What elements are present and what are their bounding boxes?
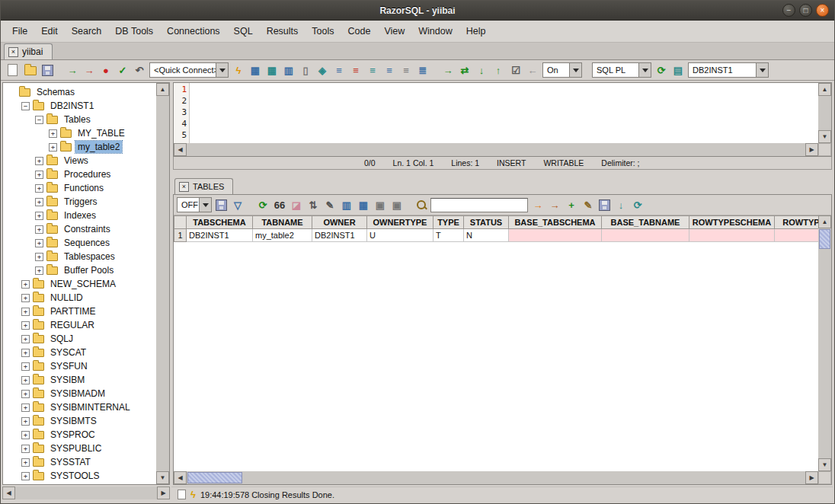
paste-sql-icon[interactable]: ▯: [298, 62, 313, 78]
tree-item-sysibminternal[interactable]: +SYSIBMINTERNAL: [3, 400, 156, 414]
grid-options-icon[interactable]: ▦: [356, 197, 371, 212]
describe-table-icon[interactable]: ◈: [315, 62, 330, 78]
collapse-icon[interactable]: −: [21, 102, 30, 110]
tree-item-sqlj[interactable]: +SQLJ: [3, 332, 156, 346]
grid-cell[interactable]: DB2INST1: [312, 229, 367, 242]
execute-sql-icon[interactable]: ϟ: [231, 62, 246, 78]
reload-grid-icon[interactable]: ⟳: [630, 197, 645, 212]
expand-icon[interactable]: +: [21, 431, 30, 439]
menu-sql[interactable]: SQL: [227, 23, 260, 40]
menu-results[interactable]: Results: [260, 23, 306, 40]
editor-vertical-scrollbar[interactable]: ▲ ▼: [818, 83, 831, 143]
tree-item-sysfun[interactable]: +SYSFUN: [3, 359, 156, 373]
expand-icon[interactable]: +: [21, 335, 30, 343]
move-down-icon[interactable]: ↓: [474, 62, 489, 78]
refresh-results-icon[interactable]: ⟳: [255, 197, 270, 212]
expand-icon[interactable]: +: [35, 239, 43, 247]
expand-icon[interactable]: +: [35, 225, 43, 234]
minimize-button[interactable]: −: [782, 4, 795, 17]
column-info-icon[interactable]: ▥: [339, 197, 354, 212]
filter-results-icon[interactable]: ▽: [230, 197, 245, 212]
expand-icon[interactable]: +: [49, 129, 57, 138]
column-header-tabschema[interactable]: TABSCHEMA: [187, 216, 253, 229]
tree-item-my-table[interactable]: +MY_TABLE: [3, 126, 156, 140]
disconnect-icon[interactable]: →: [82, 62, 97, 78]
row-limit-combo[interactable]: OFF: [177, 197, 212, 212]
highlight-matches-icon[interactable]: [414, 198, 428, 212]
tree-item-syspublic[interactable]: +SYSPUBLIC: [3, 442, 156, 455]
expand-icon[interactable]: +: [21, 404, 30, 412]
expand-icon[interactable]: +: [21, 349, 30, 357]
scroll-down-icon[interactable]: ▼: [156, 471, 169, 484]
tree-item-sequences[interactable]: +Sequences: [3, 236, 156, 250]
tree-item-regular[interactable]: +REGULAR: [3, 318, 156, 332]
tree-item-my-table2[interactable]: +my_table2: [3, 140, 156, 154]
menu-search[interactable]: Search: [65, 23, 109, 40]
expand-icon[interactable]: +: [21, 417, 30, 426]
tree-item-sysibmts[interactable]: +SYSIBMTS: [3, 414, 156, 428]
scroll-track[interactable]: [156, 96, 169, 471]
row-header[interactable]: 1: [174, 229, 187, 242]
grid-cell[interactable]: [509, 229, 602, 242]
chevron-down-icon[interactable]: [216, 63, 228, 77]
copy-icon[interactable]: ▣: [373, 197, 388, 212]
tree-item-views[interactable]: +Views: [3, 154, 156, 167]
scroll-track[interactable]: [187, 143, 805, 156]
tree-item-sysproc[interactable]: +SYSPROC: [3, 428, 156, 442]
uncomment-sql-icon[interactable]: ≡: [382, 62, 397, 78]
scroll-thumb[interactable]: [819, 229, 830, 249]
scroll-left-icon[interactable]: ◀: [174, 143, 187, 156]
go-forward-icon[interactable]: →: [440, 62, 456, 78]
grid-cell[interactable]: my_table2: [253, 229, 312, 242]
scroll-thumb[interactable]: [187, 472, 242, 483]
sync-icon[interactable]: ⇄: [457, 62, 472, 78]
sort-results-icon[interactable]: ⇅: [306, 197, 321, 212]
move-up-icon[interactable]: ↑: [491, 62, 506, 78]
indent-sql-icon[interactable]: ≡: [348, 62, 363, 78]
tree-item-systools[interactable]: +SYSTOOLS: [3, 469, 156, 483]
expand-icon[interactable]: +: [21, 362, 30, 371]
scroll-right-icon[interactable]: ▶: [157, 486, 170, 499]
tree-item-indexes[interactable]: +Indexes: [3, 209, 156, 222]
expand-icon[interactable]: +: [35, 198, 43, 206]
grid-cell[interactable]: DB2INST1: [187, 229, 253, 242]
results-search-input[interactable]: [430, 198, 528, 212]
tree-item-parttime[interactable]: +PARTTIME: [3, 305, 156, 318]
fetch-more-icon[interactable]: ↓: [613, 197, 629, 212]
column-header-base_tabschema[interactable]: BASE_TABSCHEMA: [509, 216, 602, 229]
tab-close-icon[interactable]: ×: [8, 47, 18, 57]
tree-item-nullid[interactable]: +NULLID: [3, 291, 156, 305]
copy-with-headers-icon[interactable]: ▣: [389, 197, 405, 212]
edit-cell-icon[interactable]: ✎: [322, 197, 338, 212]
auto-commit-check-icon[interactable]: ☑: [508, 62, 523, 78]
tree-item-schemas[interactable]: Schemas: [3, 85, 156, 99]
editor-text-area[interactable]: [190, 83, 818, 143]
titlebar[interactable]: RazorSQL - yiibai − □ ×: [1, 1, 834, 21]
results-grid-icon[interactable]: ▦: [248, 62, 263, 78]
chevron-down-icon[interactable]: [638, 63, 651, 77]
shift-left-icon[interactable]: ≡: [398, 62, 414, 78]
export-results-icon[interactable]: [599, 199, 610, 211]
new-file-icon[interactable]: [8, 64, 18, 76]
tree-item-db2inst1[interactable]: −DB2INST1: [3, 99, 156, 113]
chevron-down-icon[interactable]: [199, 198, 211, 212]
format-sql-icon[interactable]: ≡: [331, 62, 347, 78]
abort-query-icon[interactable]: ●: [98, 62, 114, 78]
expand-icon[interactable]: +: [21, 308, 30, 316]
expand-icon[interactable]: +: [35, 157, 43, 165]
table-row[interactable]: 1DB2INST1my_table2DB2INST1UTN: [174, 229, 819, 242]
query-builder-icon[interactable]: ▥: [281, 62, 296, 78]
scroll-down-icon[interactable]: ▼: [818, 130, 831, 143]
results-vertical-scrollbar[interactable]: ▲ ▼: [818, 215, 831, 471]
expand-icon[interactable]: +: [35, 184, 43, 193]
expand-icon[interactable]: +: [35, 253, 43, 261]
scroll-track[interactable]: [15, 486, 157, 499]
column-header-ownertype[interactable]: OWNERTYPE: [367, 216, 433, 229]
next-match-icon[interactable]: →: [547, 197, 562, 212]
scroll-up-icon[interactable]: ▲: [818, 215, 831, 228]
tree-item-sysibmadm[interactable]: +SYSIBMADM: [3, 387, 156, 400]
expand-icon[interactable]: +: [35, 266, 43, 275]
tree-vertical-scrollbar[interactable]: ▲ ▼: [156, 83, 169, 484]
scroll-track[interactable]: [187, 471, 805, 484]
expand-icon[interactable]: +: [35, 212, 43, 220]
